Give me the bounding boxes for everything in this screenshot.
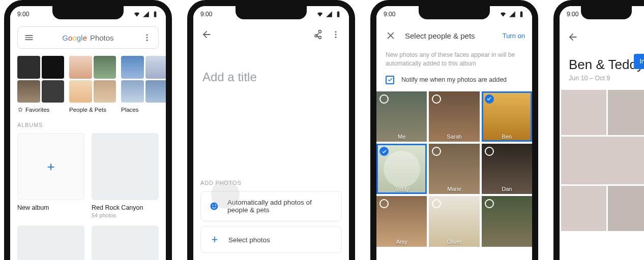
signal-icon bbox=[326, 11, 333, 18]
thumbnail bbox=[42, 56, 65, 79]
option-label: Automatically add photos of people & pet… bbox=[227, 199, 333, 214]
face-grid: Me Sarah Ben Teddy Marie Dan bbox=[376, 91, 532, 247]
select-indicator bbox=[485, 199, 494, 208]
select-indicator bbox=[379, 147, 389, 156]
more-icon[interactable] bbox=[329, 27, 343, 42]
select-indicator bbox=[485, 147, 494, 156]
invite-button[interactable]: Invi bbox=[634, 54, 644, 69]
album-subtitle: 54 photos bbox=[92, 212, 159, 218]
battery-icon bbox=[335, 11, 342, 18]
face-tile-sarah[interactable]: Sarah bbox=[429, 91, 479, 142]
face-tile-ben[interactable]: Ben bbox=[482, 91, 532, 142]
status-bar: 9:00 bbox=[560, 6, 644, 22]
photo-thumbnail[interactable] bbox=[561, 90, 606, 135]
back-icon[interactable] bbox=[566, 30, 580, 44]
menu-icon[interactable] bbox=[23, 31, 35, 44]
thumbnail bbox=[121, 80, 144, 103]
status-bar: 9:00 bbox=[10, 6, 166, 22]
category-row: Favorites People & Pets bbox=[10, 54, 166, 113]
face-tile[interactable] bbox=[482, 196, 532, 246]
face-tile-oliver[interactable]: Oliver bbox=[429, 196, 479, 246]
svg-point-5 bbox=[335, 37, 337, 38]
app-bar[interactable]: Google Photos bbox=[17, 26, 159, 49]
photo-thumbnail[interactable] bbox=[608, 186, 645, 231]
signal-icon bbox=[142, 11, 150, 18]
face-tile-marie[interactable]: Marie bbox=[429, 144, 479, 194]
turn-on-button[interactable]: Turn on bbox=[503, 32, 525, 40]
face-tile-amy[interactable]: Amy bbox=[376, 196, 427, 246]
checkbox-label: Notify me when my photos are added bbox=[401, 76, 507, 83]
top-bar bbox=[560, 22, 644, 47]
status-icons bbox=[500, 11, 525, 18]
app-logo: Google Photos bbox=[40, 34, 136, 42]
close-icon[interactable] bbox=[384, 28, 398, 43]
face-name: Marie bbox=[429, 186, 479, 192]
thumbnail bbox=[121, 56, 144, 79]
display-notch bbox=[419, 6, 490, 19]
section-header-add-photos: ADD PHOTOS bbox=[193, 171, 349, 191]
option-auto-add[interactable]: Automatically add photos of people & pet… bbox=[200, 191, 342, 221]
album-title-input[interactable]: Add a title bbox=[193, 47, 349, 84]
face-name: Sarah bbox=[429, 134, 479, 140]
phone-album-view: 9:00 Invi Ben & Teddy Jun 10 – Oct 9 bbox=[553, 0, 644, 260]
thumbnail bbox=[69, 56, 92, 79]
status-time: 9:00 bbox=[17, 11, 29, 18]
plus-icon: + bbox=[47, 159, 54, 175]
plus-icon: + bbox=[209, 234, 220, 245]
status-time: 9:00 bbox=[384, 11, 395, 18]
more-icon[interactable] bbox=[141, 31, 153, 44]
star-icon bbox=[17, 107, 23, 113]
back-icon[interactable] bbox=[199, 27, 214, 42]
status-bar: 9:00 bbox=[376, 6, 532, 22]
album-title: Ben & Teddy bbox=[560, 47, 644, 75]
new-album-tile[interactable]: + New album bbox=[17, 133, 84, 218]
status-time: 9:00 bbox=[567, 11, 578, 18]
svg-point-6 bbox=[211, 203, 218, 210]
signal-icon bbox=[509, 11, 516, 18]
thumbnail bbox=[42, 80, 65, 103]
category-people-pets[interactable]: People & Pets bbox=[69, 56, 116, 113]
face-tile-teddy[interactable]: Teddy bbox=[376, 144, 427, 194]
face-name: Dan bbox=[482, 186, 532, 192]
album-row: + New album Red Rock Canyon 54 photos bbox=[10, 133, 166, 218]
face-tile-dan[interactable]: Dan bbox=[482, 144, 532, 194]
face-name: Me bbox=[376, 134, 427, 140]
svg-point-1 bbox=[147, 37, 148, 39]
status-icons bbox=[133, 11, 159, 18]
phone-select-faces: 9:00 Select people & pets Turn on New ph… bbox=[370, 0, 538, 260]
checkbox-icon[interactable] bbox=[386, 76, 394, 84]
share-icon[interactable] bbox=[310, 27, 325, 42]
page-title: Select people & pets bbox=[405, 31, 495, 40]
battery-icon bbox=[152, 11, 159, 18]
photo-thumbnail[interactable] bbox=[608, 90, 645, 135]
phone-library: 9:00 Google Photos bbox=[4, 0, 172, 260]
select-indicator bbox=[485, 94, 494, 104]
select-indicator bbox=[432, 94, 441, 104]
svg-point-8 bbox=[215, 205, 216, 206]
album-tile[interactable] bbox=[92, 225, 159, 260]
photo-thumbnail[interactable] bbox=[561, 137, 644, 185]
status-icons bbox=[316, 11, 342, 18]
option-label: Select photos bbox=[228, 236, 270, 244]
svg-point-4 bbox=[335, 34, 337, 36]
svg-point-7 bbox=[212, 205, 213, 206]
status-time: 9:00 bbox=[200, 11, 212, 18]
thumbnail bbox=[94, 80, 116, 103]
album-cover bbox=[92, 133, 159, 200]
thumbnail bbox=[145, 80, 166, 103]
category-favorites[interactable]: Favorites bbox=[17, 56, 64, 113]
thumbnail bbox=[145, 56, 166, 79]
face-tile-me[interactable]: Me bbox=[376, 91, 427, 142]
top-bar bbox=[193, 22, 349, 47]
category-places[interactable]: Places bbox=[121, 56, 166, 113]
album-tile[interactable]: Red Rock Canyon 54 photos bbox=[92, 133, 159, 218]
album-title: Red Rock Canyon bbox=[92, 204, 159, 211]
album-title: New album bbox=[17, 204, 84, 211]
category-label: Favorites bbox=[25, 107, 49, 113]
category-label: People & Pets bbox=[69, 107, 106, 113]
photo-thumbnail[interactable] bbox=[561, 186, 606, 231]
album-tile[interactable] bbox=[17, 225, 84, 260]
wifi-icon bbox=[500, 11, 507, 18]
option-select-photos[interactable]: + Select photos bbox=[200, 226, 342, 253]
notify-checkbox-row[interactable]: Notify me when my photos are added bbox=[376, 76, 532, 91]
